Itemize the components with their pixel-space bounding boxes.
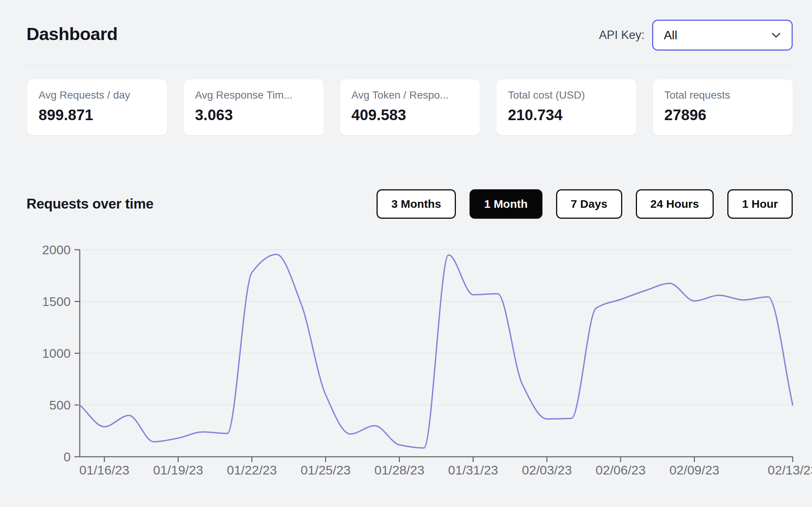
x-tick-label: 01/16/23	[79, 463, 129, 477]
header-divider	[26, 65, 793, 66]
chevron-down-icon	[770, 29, 783, 42]
stat-value: 409.583	[352, 107, 469, 124]
y-tick-label: 0	[64, 450, 71, 464]
x-tick-label: 01/31/23	[448, 463, 498, 477]
y-tick-label: 2000	[42, 243, 71, 257]
stat-label: Avg Token / Respo...	[352, 89, 469, 101]
stat-card-avg-token: Avg Token / Respo... 409.583	[340, 79, 480, 135]
stat-label: Total requests	[664, 89, 781, 101]
x-tick-label: 01/19/23	[153, 463, 203, 477]
stat-label: Avg Response Tim...	[195, 89, 312, 101]
x-tick-label: 01/25/23	[301, 463, 350, 477]
requests-line	[80, 254, 793, 448]
page-title: Dashboard	[26, 23, 118, 44]
stat-label: Total cost (USD)	[508, 89, 625, 101]
x-tick-label: 02/13/23	[768, 463, 812, 477]
dashboard-page: Dashboard API Key: All Avg Requests / da…	[0, 0, 812, 507]
stat-value: 210.734	[508, 107, 625, 124]
api-key-label: API Key:	[599, 28, 645, 42]
stat-card-total-requests: Total requests 27896	[653, 79, 793, 135]
stat-card-avg-requests: Avg Requests / day 899.871	[27, 79, 167, 135]
range-button-7-days[interactable]: 7 Days	[556, 189, 622, 219]
stat-cards-row: Avg Requests / day 899.871 Avg Response …	[27, 79, 793, 135]
x-tick-label: 02/09/23	[669, 463, 719, 477]
range-button-3-months[interactable]: 3 Months	[377, 189, 456, 219]
stat-value: 3.063	[195, 107, 312, 124]
requests-over-time-chart: 050010001500200001/16/2301/19/2301/22/23…	[0, 230, 812, 502]
api-key-control: API Key: All	[599, 20, 793, 51]
chart-section-title: Requests over time	[26, 196, 153, 212]
chart-section-header: Requests over time 3 Months 1 Month 7 Da…	[26, 189, 793, 219]
api-key-select[interactable]: All	[652, 20, 793, 51]
range-button-1-hour[interactable]: 1 Hour	[727, 189, 793, 219]
y-tick-label: 1500	[42, 294, 71, 309]
x-tick-label: 02/03/23	[522, 463, 572, 477]
api-key-selected-value: All	[664, 28, 677, 42]
stat-card-total-cost: Total cost (USD) 210.734	[496, 79, 636, 135]
range-button-24-hours[interactable]: 24 Hours	[636, 189, 714, 219]
stat-value: 27896	[664, 107, 781, 124]
y-tick-label: 500	[49, 398, 71, 412]
stat-card-avg-response-time: Avg Response Tim... 3.063	[184, 79, 324, 135]
range-button-1-month[interactable]: 1 Month	[470, 189, 542, 219]
x-tick-label: 01/22/23	[227, 463, 277, 477]
stat-label: Avg Requests / day	[39, 89, 156, 101]
x-tick-label: 01/28/23	[374, 463, 424, 477]
stat-value: 899.871	[39, 107, 156, 124]
x-tick-label: 02/06/23	[596, 463, 646, 477]
time-range-buttons: 3 Months 1 Month 7 Days 24 Hours 1 Hour	[377, 189, 793, 219]
y-tick-label: 1000	[42, 346, 71, 360]
